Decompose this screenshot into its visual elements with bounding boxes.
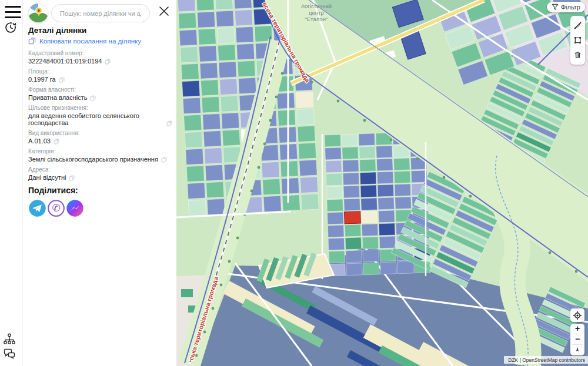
filter-button[interactable]: Фільтр xyxy=(547,2,585,12)
copy-icon[interactable] xyxy=(105,59,111,65)
chat-icon xyxy=(3,347,16,360)
locate-icon xyxy=(573,311,582,320)
field-category: Категорія: Землі сільськогосподарського … xyxy=(28,148,172,163)
search-input[interactable] xyxy=(51,4,150,22)
share-viber-button[interactable]: ✆ xyxy=(47,199,65,217)
measure-distance-button[interactable] xyxy=(573,18,582,33)
layers-hierarchy-button[interactable] xyxy=(3,333,16,347)
telegram-icon xyxy=(28,199,46,217)
history-button[interactable] xyxy=(4,21,17,36)
copy-link-label: Копіювати посилання на ділянку xyxy=(39,38,141,45)
details-panel: Деталі ділянки Копіювати посилання на ді… xyxy=(0,0,176,366)
copy-icon[interactable] xyxy=(69,175,75,181)
trash-icon xyxy=(573,51,582,59)
copy-link-icon xyxy=(28,37,36,45)
messenger-icon xyxy=(66,199,84,217)
field-address: Адреса: Дані відсутні xyxy=(28,166,172,181)
field-purpose: Цільове призначення: для ведення особист… xyxy=(28,105,172,126)
map-canvas[interactable]: Логістичний центр "Еталон" вська територ… xyxy=(176,0,588,366)
locate-me-button[interactable] xyxy=(570,308,584,322)
field-cadastral-number: Кадастровий номер: 3222484001:01:019:019… xyxy=(28,50,172,65)
map-attribution[interactable]: DZK | OpenStreetMap contributors xyxy=(504,356,588,364)
copy-parcel-link[interactable]: Копіювати посилання на ділянку xyxy=(28,37,172,45)
history-icon xyxy=(4,21,17,34)
share-telegram-button[interactable] xyxy=(28,199,46,217)
etalon-label: Логістичний xyxy=(301,3,332,9)
app-logo[interactable] xyxy=(28,3,49,24)
field-use-type: Вид використання: А.01.03 xyxy=(28,130,172,145)
field-ownership: Форма власності: Приватна власність xyxy=(28,86,172,101)
copy-icon[interactable] xyxy=(54,139,59,145)
zoom-in-button[interactable]: + xyxy=(570,324,584,334)
close-panel-button[interactable] xyxy=(156,4,172,19)
svg-text:"Еталон": "Еталон" xyxy=(305,16,328,22)
share-messenger-button[interactable] xyxy=(66,199,84,217)
viber-icon: ✆ xyxy=(47,199,65,217)
zoom-controls: + − xyxy=(570,324,584,355)
copy-icon[interactable] xyxy=(90,95,96,101)
zoom-out-button[interactable]: − xyxy=(570,334,584,344)
share-title: Поділитися: xyxy=(28,186,172,195)
copy-icon[interactable] xyxy=(161,157,167,163)
polygon-icon xyxy=(573,36,582,45)
copy-icon[interactable] xyxy=(59,77,65,83)
ruler-icon xyxy=(573,21,582,30)
measure-toolbar xyxy=(570,16,585,65)
menu-button[interactable] xyxy=(5,6,21,18)
compass-button[interactable] xyxy=(570,345,584,355)
svg-text:✆: ✆ xyxy=(52,202,60,214)
selected-parcel xyxy=(345,211,361,224)
feedback-chat-button[interactable] xyxy=(3,347,16,362)
filter-label: Фільтр xyxy=(561,4,580,11)
close-icon xyxy=(158,5,171,18)
map-graphics: Логістичний центр "Еталон" вська територ… xyxy=(176,0,588,366)
copy-icon[interactable] xyxy=(166,120,172,126)
delete-measurement-button[interactable] xyxy=(573,48,582,62)
panel-title: Деталі ділянки xyxy=(28,26,172,35)
share-buttons: ✆ xyxy=(28,199,172,217)
compass-icon xyxy=(574,346,581,353)
svg-text:центр: центр xyxy=(309,9,324,16)
rail-divider xyxy=(22,0,23,366)
field-area: Площа: 0.1997 га xyxy=(28,68,172,83)
measure-area-button[interactable] xyxy=(573,33,582,48)
filter-icon xyxy=(552,4,559,11)
sitemap-icon xyxy=(3,333,16,345)
